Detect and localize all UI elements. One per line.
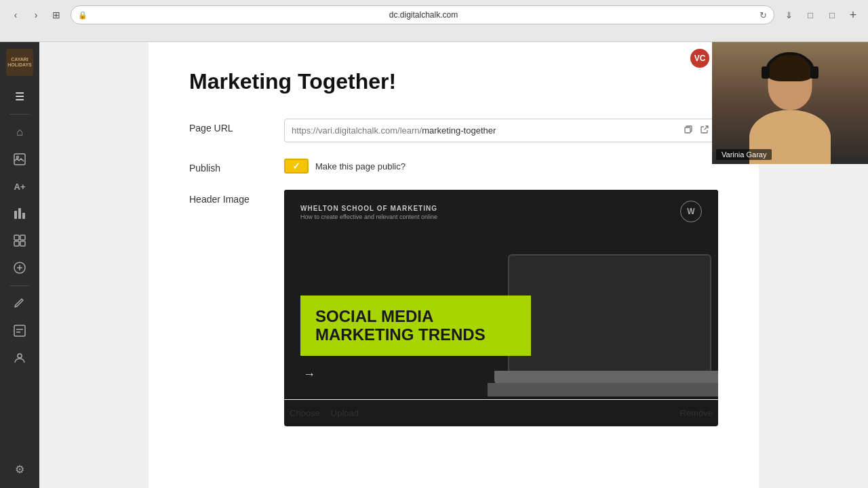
sidebar-item-home[interactable]: ⌂ [6,120,33,144]
nav-buttons: ‹ › ⊞ [7,6,65,24]
svg-rect-2 [14,211,17,219]
sidebar-item-analytics[interactable] [6,201,33,226]
checkmark-icon: ✓ [292,161,300,171]
header-image-preview: WHELTON SCHOOL OF MARKETING How to creat… [284,190,718,396]
page-container: Marketing Together! Page URL https://var… [149,42,759,488]
lock-icon: 🔒 [78,11,87,20]
image-actions: Choose Upload Remove [284,399,718,426]
green-banner: SOCIAL MEDIA MARKETING TRENDS [300,296,531,356]
webcam-background [712,42,868,164]
address-text: dc.digitalchalk.com [92,10,755,20]
user-avatar[interactable]: VC [689,47,711,69]
sidebar-item-hamburger[interactable]: ☰ [6,84,33,108]
url-field[interactable]: https://vari.digitalchalk.com/learn/ mar… [284,119,718,142]
refresh-icon: ↻ [760,10,767,20]
browser-chrome: ‹ › ⊞ 🔒 dc.digitalchalk.com ↻ ⇓ □ □ + [0,0,868,42]
svg-rect-4 [22,213,25,219]
tab-grid-button[interactable]: ⊞ [47,6,65,24]
school-logo: W [680,201,702,222]
header-image-content: WHELTON SCHOOL OF MARKETING How to creat… [284,190,718,426]
sidebar-divider-1 [9,114,30,115]
header-image-container: WHELTON SCHOOL OF MARKETING How to creat… [284,190,718,426]
user-avatar-area: VC [689,47,711,69]
sidebar-divider-2 [9,285,30,286]
headset-band [765,52,816,76]
sidebar-item-settings[interactable]: ⚙ [6,457,33,481]
svg-rect-5 [14,235,19,240]
sidebar-item-image[interactable] [6,147,33,171]
download-button[interactable]: ⇓ [780,6,797,24]
sidebar-item-reports[interactable] [6,319,33,343]
page-title: Marketing Together! [189,69,718,94]
open-url-button[interactable] [698,123,711,138]
sidebar-item-grid[interactable] [6,228,33,253]
app-logo: CAYARIHOLIDAYS [6,49,33,76]
copy-url-button[interactable] [682,123,694,138]
forward-button[interactable]: › [27,6,45,24]
sidebar: CAYARIHOLIDAYS ☰ ⌂ A+ [0,42,39,488]
publish-public-label: Make this page public? [315,161,406,171]
share-button[interactable]: □ [802,6,819,24]
header-image-label: Header Image [189,190,271,205]
remove-image-button[interactable]: Remove [675,405,718,421]
laptop-foot [488,383,718,396]
choose-image-button[interactable]: Choose [284,405,326,421]
school-info: WHELTON SCHOOL OF MARKETING How to creat… [300,205,437,220]
svg-rect-12 [14,325,25,336]
new-tab-button[interactable]: + [845,7,861,23]
svg-rect-7 [14,241,19,246]
publish-content: ✓ Make this page public? [284,159,718,174]
headset-ear-right [810,66,818,79]
url-base: https://vari.digitalchalk.com/learn/ [292,125,422,136]
url-label: Page URL [189,119,271,134]
publish-row: Publish ✓ Make this page public? [189,159,718,174]
headset-ear-left [762,66,770,79]
url-content: https://vari.digitalchalk.com/learn/ mar… [284,119,718,142]
banner-line1: SOCIAL MEDIA [315,308,516,325]
webcam-name-tag: Varinia Garay [716,149,772,160]
laptop-screen [508,254,711,376]
browser-actions: ⇓ □ □ + [780,6,861,24]
school-subtitle: How to create effective and relevant con… [300,214,437,220]
upload-image-button[interactable]: Upload [326,405,364,421]
header-image-row: Header Image WHELTON SCHOOL OF MARKETING… [189,190,718,426]
svg-rect-8 [20,241,25,246]
sidebar-item-text[interactable]: A+ [6,174,33,199]
arrow-icon: → [303,367,315,382]
svg-rect-3 [18,208,21,219]
sidebar-item-people[interactable] [6,346,33,370]
banner-line2: MARKETING TRENDS [315,326,516,344]
url-slug: marketing-together [422,125,496,136]
svg-rect-6 [20,235,25,240]
svg-point-15 [18,354,22,358]
extension-button[interactable]: □ [823,6,841,24]
webcam-video [712,42,868,164]
webcam-overlay: Varinia Garay [712,42,868,164]
address-bar[interactable]: 🔒 dc.digitalchalk.com ↻ [71,5,774,24]
publish-label: Publish [189,159,271,174]
sidebar-item-add[interactable] [6,256,33,280]
publish-checkbox[interactable]: ✓ [284,159,309,174]
school-name: WHELTON SCHOOL OF MARKETING [300,205,437,212]
url-actions [682,123,711,138]
logo-letter: W [687,207,694,216]
publish-toggle-row: ✓ Make this page public? [284,159,718,174]
laptop-base [494,371,718,384]
sidebar-item-edit[interactable] [6,291,33,316]
back-button[interactable]: ‹ [7,6,24,24]
svg-rect-16 [685,127,690,133]
url-row: Page URL https://vari.digitalchalk.com/l… [189,119,718,142]
